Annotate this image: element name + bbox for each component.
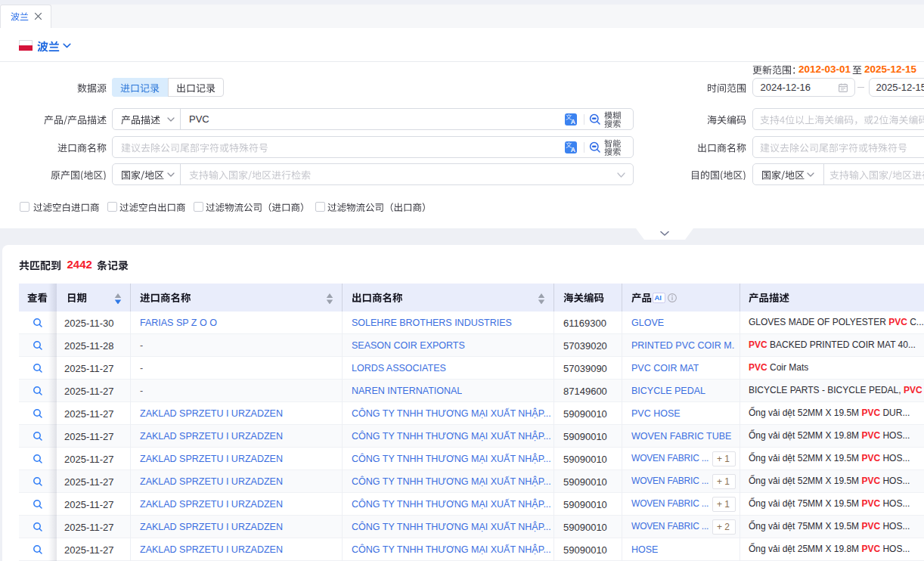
svg-text:A: A	[571, 117, 575, 125]
svg-text:A: A	[571, 145, 575, 153]
